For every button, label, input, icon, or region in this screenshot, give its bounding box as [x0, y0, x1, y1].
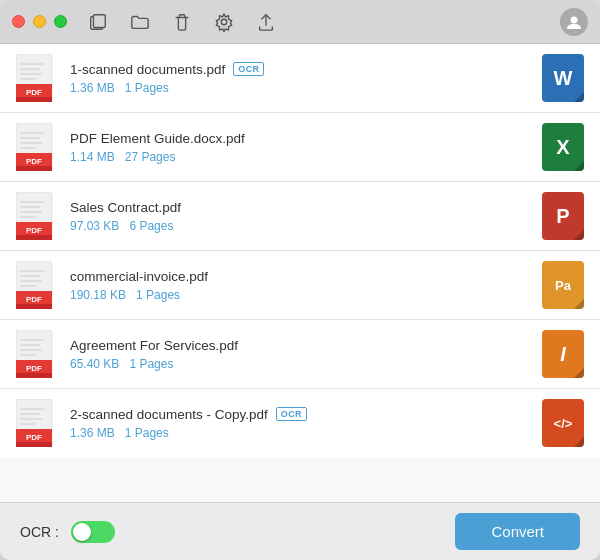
ocr-badge: OCR [276, 407, 307, 421]
file-name-row: PDF Element Guide.docx.pdf [70, 131, 530, 146]
svg-rect-38 [16, 304, 52, 309]
file-size: 1.36 MB [70, 426, 115, 440]
file-item[interactable]: PDF Sales Contract.pdf97.03 KB6 PagesP [0, 182, 600, 251]
close-button[interactable] [12, 15, 25, 28]
new-window-icon[interactable] [87, 11, 109, 33]
file-size: 65.40 KB [70, 357, 119, 371]
svg-point-2 [221, 19, 226, 24]
file-name: PDF Element Guide.docx.pdf [70, 131, 245, 146]
svg-rect-29 [16, 235, 52, 240]
svg-text:PDF: PDF [26, 226, 42, 235]
file-info: Agreement For Services.pdf65.40 KB1 Page… [70, 338, 530, 371]
bottom-bar: OCR : Convert [0, 502, 600, 560]
app-window: PDF 1-scanned documents.pdfOCR1.36 MB1 P… [0, 0, 600, 560]
file-name: 1-scanned documents.pdf [70, 62, 225, 77]
trash-icon[interactable] [171, 11, 193, 33]
svg-text:PDF: PDF [26, 364, 42, 373]
output-icon-label: X [556, 136, 569, 159]
file-list: PDF 1-scanned documents.pdfOCR1.36 MB1 P… [0, 44, 600, 502]
pdf-file-icon: PDF [16, 123, 58, 171]
user-avatar[interactable] [560, 8, 588, 36]
svg-rect-20 [16, 166, 52, 171]
file-meta: 65.40 KB1 Pages [70, 357, 530, 371]
toolbar [87, 8, 588, 36]
file-info: commercial-invoice.pdf190.18 KB1 Pages [70, 269, 530, 302]
svg-rect-11 [16, 97, 52, 102]
settings-icon[interactable] [213, 11, 235, 33]
file-meta: 1.36 MB1 Pages [70, 81, 530, 95]
output-type-icon[interactable]: I [542, 330, 584, 378]
file-info: 2-scanned documents - Copy.pdfOCR1.36 MB… [70, 407, 530, 440]
output-type-icon[interactable]: P [542, 192, 584, 240]
pdf-file-icon: PDF [16, 330, 58, 378]
file-pages[interactable]: 1 Pages [125, 426, 169, 440]
file-size: 190.18 KB [70, 288, 126, 302]
traffic-lights [12, 15, 67, 28]
file-item[interactable]: PDF Agreement For Services.pdf65.40 KB1 … [0, 320, 600, 389]
svg-rect-47 [16, 373, 52, 378]
convert-button[interactable]: Convert [455, 513, 580, 550]
file-pages[interactable]: 1 Pages [125, 81, 169, 95]
svg-point-3 [571, 16, 578, 23]
output-icon-label: I [560, 343, 566, 366]
file-pages[interactable]: 1 Pages [136, 288, 180, 302]
file-info: 1-scanned documents.pdfOCR1.36 MB1 Pages [70, 62, 530, 95]
file-name: Agreement For Services.pdf [70, 338, 238, 353]
output-icon-label: W [554, 67, 573, 90]
output-icon-label: P [556, 205, 569, 228]
file-size: 1.14 MB [70, 150, 115, 164]
title-bar [0, 0, 600, 44]
file-size: 97.03 KB [70, 219, 119, 233]
file-pages[interactable]: 6 Pages [129, 219, 173, 233]
pdf-file-icon: PDF [16, 399, 58, 447]
output-type-icon[interactable]: W [542, 54, 584, 102]
maximize-button[interactable] [54, 15, 67, 28]
file-meta: 1.36 MB1 Pages [70, 426, 530, 440]
ocr-toggle[interactable] [71, 521, 115, 543]
ocr-badge: OCR [233, 62, 264, 76]
file-name: Sales Contract.pdf [70, 200, 181, 215]
file-info: PDF Element Guide.docx.pdf1.14 MB27 Page… [70, 131, 530, 164]
svg-rect-1 [93, 14, 105, 27]
file-item[interactable]: PDF PDF Element Guide.docx.pdf1.14 MB27 … [0, 113, 600, 182]
upload-icon[interactable] [255, 11, 277, 33]
file-name: commercial-invoice.pdf [70, 269, 208, 284]
svg-rect-56 [16, 442, 52, 447]
pdf-file-icon: PDF [16, 54, 58, 102]
minimize-button[interactable] [33, 15, 46, 28]
file-name-row: Sales Contract.pdf [70, 200, 530, 215]
pdf-file-icon: PDF [16, 192, 58, 240]
output-icon-label: </> [554, 416, 573, 431]
file-size: 1.36 MB [70, 81, 115, 95]
file-item[interactable]: PDF 1-scanned documents.pdfOCR1.36 MB1 P… [0, 44, 600, 113]
svg-text:PDF: PDF [26, 295, 42, 304]
file-name-row: 2-scanned documents - Copy.pdfOCR [70, 407, 530, 422]
file-pages[interactable]: 27 Pages [125, 150, 176, 164]
toggle-knob [73, 523, 91, 541]
folder-icon[interactable] [129, 11, 151, 33]
file-name-row: 1-scanned documents.pdfOCR [70, 62, 530, 77]
svg-text:PDF: PDF [26, 433, 42, 442]
svg-text:PDF: PDF [26, 88, 42, 97]
pdf-file-icon: PDF [16, 261, 58, 309]
output-type-icon[interactable]: </> [542, 399, 584, 447]
file-item[interactable]: PDF commercial-invoice.pdf190.18 KB1 Pag… [0, 251, 600, 320]
file-name-row: commercial-invoice.pdf [70, 269, 530, 284]
file-meta: 1.14 MB27 Pages [70, 150, 530, 164]
file-pages[interactable]: 1 Pages [129, 357, 173, 371]
file-name: 2-scanned documents - Copy.pdf [70, 407, 268, 422]
file-meta: 190.18 KB1 Pages [70, 288, 530, 302]
file-meta: 97.03 KB6 Pages [70, 219, 530, 233]
output-icon-label: Pa [555, 278, 571, 293]
output-type-icon[interactable]: X [542, 123, 584, 171]
output-type-icon[interactable]: Pa [542, 261, 584, 309]
ocr-label: OCR : [20, 524, 59, 540]
file-item[interactable]: PDF 2-scanned documents - Copy.pdfOCR1.3… [0, 389, 600, 457]
file-info: Sales Contract.pdf97.03 KB6 Pages [70, 200, 530, 233]
svg-text:PDF: PDF [26, 157, 42, 166]
file-name-row: Agreement For Services.pdf [70, 338, 530, 353]
